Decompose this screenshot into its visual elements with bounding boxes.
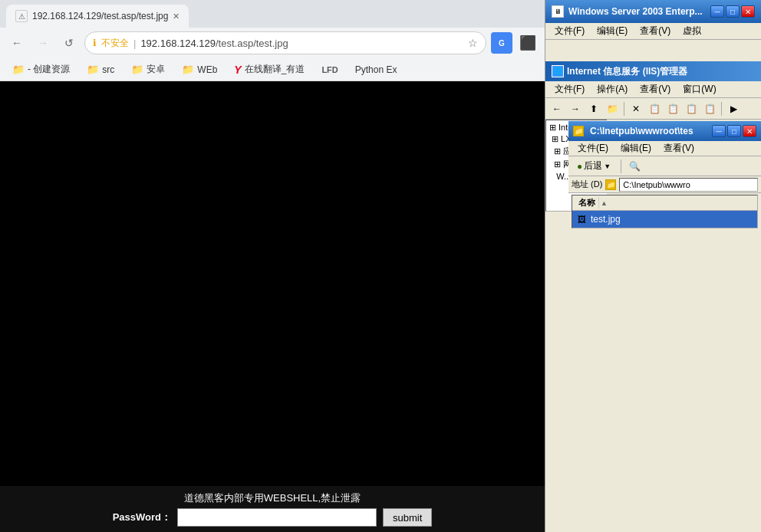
- menu-edit[interactable]: 编辑(E): [591, 23, 634, 39]
- file-title-bar: 📁 C:\Inetpub\wwwroot\tes ─ □ ✕: [568, 121, 761, 141]
- close-button[interactable]: ✕: [741, 5, 755, 18]
- iis-window-icon: 🌐: [552, 65, 564, 77]
- windows-stack: 🖥 Windows Server 2003 Enterp... ─ □ ✕ 文件…: [545, 0, 761, 532]
- file-minimize[interactable]: ─: [712, 125, 726, 137]
- bookmark-youdao[interactable]: Y 在线翻译_有道: [228, 61, 311, 77]
- tab-favicon: ⚠: [15, 10, 28, 22]
- toolbar-sep2: [721, 102, 722, 116]
- bookmark-android-label: 安卓: [147, 63, 165, 76]
- iis-menu-window[interactable]: 窗口(W): [677, 81, 722, 97]
- bookmark-python-label: Python Ex: [355, 64, 397, 75]
- extensions-button[interactable]: ⬛: [517, 32, 539, 54]
- folder-icon: 📁: [12, 64, 25, 75]
- back-button[interactable]: ←: [6, 32, 28, 54]
- bookmark-android[interactable]: 📁 安卓: [125, 61, 171, 77]
- security-icon: ℹ: [93, 38, 97, 48]
- iis-toolbar: ← → ⬆ 📁 ✕ 📋 📋 📋 📋 ▶: [545, 98, 761, 120]
- youdao-icon: Y: [234, 64, 241, 76]
- bookmark-cj[interactable]: 📁 - 创建资源: [6, 61, 76, 77]
- file-title-text: C:\Inetpub\wwwroot\tes: [590, 126, 709, 136]
- file-item-icon: 🖼: [575, 213, 588, 225]
- file-menu-file[interactable]: 文件(E): [572, 140, 614, 156]
- file-search-btn[interactable]: 🔍: [626, 158, 643, 175]
- windows-panel: 🖥 Windows Server 2003 Enterp... ─ □ ✕ 文件…: [545, 0, 761, 532]
- security-label: 不安全: [101, 37, 129, 50]
- bookmark-web[interactable]: 📁 WEb: [176, 62, 223, 77]
- toolbar-back[interactable]: ←: [549, 100, 565, 117]
- name-column-header: 名称: [575, 197, 599, 209]
- folder-icon: 📁: [182, 64, 194, 75]
- bookmark-web-label: WEb: [197, 64, 217, 75]
- file-address-row: 地址 (D) 📁 C:\Inetpub\wwwro: [568, 176, 761, 193]
- main-content: [0, 81, 545, 532]
- iis-menu-action[interactable]: 操作(A): [591, 81, 634, 97]
- folder-icon: 📁: [131, 64, 143, 75]
- reload-button[interactable]: ↺: [58, 32, 80, 54]
- file-menu-view[interactable]: 查看(V): [657, 140, 700, 156]
- file-explorer-window: 📁 C:\Inetpub\wwwroot\tes ─ □ ✕ 文件(E) 编辑(…: [568, 121, 761, 230]
- iis-menu-view[interactable]: 查看(V): [634, 81, 677, 97]
- browser-tab[interactable]: ⚠ 192.168.124.129/test.asp/test.jpg ✕: [6, 5, 189, 28]
- password-label: PassWord：: [113, 511, 171, 524]
- menu-view[interactable]: 查看(V): [634, 23, 677, 39]
- toolbar-more[interactable]: ▶: [725, 100, 742, 117]
- file-addr-label: 地址 (D): [572, 179, 602, 190]
- toolbar-forward[interactable]: →: [567, 100, 584, 117]
- address-box[interactable]: ℹ 不安全 | 192.168.124.129/test.asp/test.jp…: [84, 31, 486, 54]
- toolbar-delete[interactable]: ✕: [628, 100, 644, 117]
- folder-icon: 📁: [87, 64, 99, 75]
- file-addr-path[interactable]: C:\Inetpub\wwwro: [619, 178, 758, 192]
- menu-file[interactable]: 文件(F): [549, 23, 591, 39]
- file-maximize[interactable]: □: [727, 125, 741, 137]
- file-path-text: C:\Inetpub\wwwro: [623, 180, 690, 189]
- file-list-header: 名称 ▲: [572, 195, 757, 211]
- bookmark-youdao-label: 在线翻译_有道: [245, 63, 305, 76]
- address-bar-row: ← → ↺ ℹ 不安全 | 192.168.124.129/test.asp/t…: [0, 28, 545, 58]
- bookmark-python[interactable]: Python Ex: [349, 63, 404, 77]
- back-arrow-icon: ●: [577, 161, 582, 172]
- server-window-icon: 🖥: [552, 5, 564, 18]
- server-win-controls: ─ □ ✕: [710, 5, 755, 18]
- iis-menu-file[interactable]: 文件(F): [549, 81, 591, 97]
- minimize-button[interactable]: ─: [710, 5, 724, 18]
- tab-close-icon[interactable]: ✕: [173, 11, 180, 21]
- server-menu-bar: 文件(F) 编辑(E) 查看(V) 虚拟: [545, 23, 761, 40]
- toolbar-up[interactable]: ⬆: [585, 100, 602, 117]
- password-input[interactable]: [177, 508, 377, 527]
- maximize-button[interactable]: □: [726, 5, 740, 18]
- bookmark-cj-label: - 创建资源: [28, 63, 70, 76]
- file-menu-bar: 文件(E) 编辑(E) 查看(V): [568, 141, 761, 156]
- file-sep: [621, 159, 621, 173]
- translate-button[interactable]: G: [491, 32, 512, 54]
- iis-title-text: Internet 信息服务 (IIS)管理器: [567, 65, 687, 78]
- tab-title: 192.168.124.129/test.asp/test.jpg: [32, 11, 168, 21]
- bookmark-lfd[interactable]: LFD: [315, 64, 344, 76]
- file-close[interactable]: ✕: [743, 125, 756, 137]
- toolbar-copy3[interactable]: 📋: [683, 100, 700, 117]
- bookmark-src[interactable]: 📁 src: [81, 62, 120, 77]
- lfd-icon: LFD: [321, 65, 338, 74]
- back-label: 后退: [584, 159, 602, 172]
- file-addr-folder-icon: 📁: [605, 179, 616, 190]
- file-list-item-testjpg[interactable]: 🖼 test.jpg: [572, 211, 757, 228]
- address-text[interactable]: 192.168.124.129/test.asp/test.jpg: [140, 38, 463, 49]
- file-menu-edit[interactable]: 编辑(E): [614, 140, 657, 156]
- toolbar-sep1: [624, 102, 624, 116]
- menu-virtual[interactable]: 虚拟: [677, 23, 707, 39]
- tab-bar: ⚠ 192.168.124.129/test.asp/test.jpg ✕: [0, 0, 545, 28]
- file-back-btn[interactable]: ● 后退 ▼: [572, 157, 616, 175]
- file-list-panel: 名称 ▲ 🖼 test.jpg: [572, 195, 758, 228]
- forward-button[interactable]: →: [32, 32, 54, 54]
- back-dropdown-icon[interactable]: ▼: [604, 163, 611, 170]
- bookmarks-bar: 📁 - 创建资源 📁 src 📁 安卓 📁 WEb Y 在线翻译_有道 LFD …: [0, 58, 545, 81]
- toolbar-folder[interactable]: 📁: [604, 100, 621, 117]
- server-title-bar: 🖥 Windows Server 2003 Enterp... ─ □ ✕: [545, 0, 761, 23]
- sort-arrow-icon: ▲: [601, 199, 608, 207]
- submit-button[interactable]: submit: [383, 508, 432, 527]
- bookmark-star-icon[interactable]: ☆: [468, 37, 478, 49]
- toolbar-copy1[interactable]: 📋: [646, 100, 663, 117]
- toolbar-copy4[interactable]: 📋: [701, 100, 718, 117]
- toolbar-copy2[interactable]: 📋: [664, 100, 681, 117]
- password-row: PassWord： submit: [113, 508, 433, 527]
- webshell-notice: 道德黑客内部专用WEBSHELL,禁止泄露: [184, 491, 361, 505]
